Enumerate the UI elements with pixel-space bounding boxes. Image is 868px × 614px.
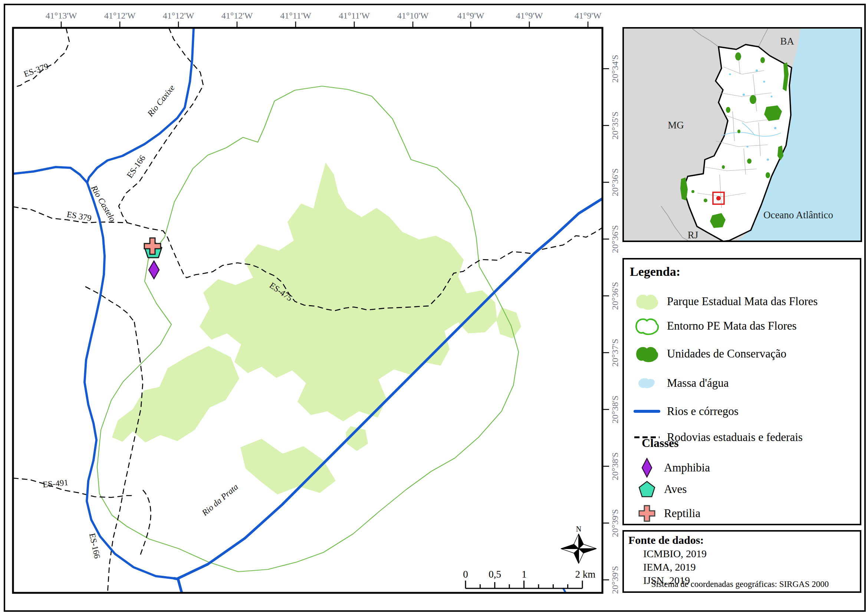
right-axis-label: 20°35'S	[610, 111, 620, 139]
source-entry: IEMA, 2019	[643, 561, 860, 573]
right-axis: 20°34'S 20°35'S 20°36'S 20°36'S 20°36'S …	[603, 54, 620, 594]
inset-study-area-dot	[716, 196, 721, 201]
top-axis-label: 41°9'W	[516, 11, 543, 20]
amphibia-icon	[635, 457, 659, 479]
legend-item-massa-dagua: Massa d'água	[632, 372, 855, 394]
top-axis-ticks	[61, 22, 588, 28]
water-swatch-icon	[632, 373, 662, 393]
source-title: Fonte de dados:	[628, 534, 860, 546]
top-axis-label: 41°13'W	[46, 11, 77, 20]
right-axis-label: 20°34'S	[610, 54, 620, 82]
top-axis-label: 41°11'W	[339, 11, 370, 20]
river-swatch-icon	[632, 401, 662, 422]
right-axis-label: 20°38'S	[610, 395, 620, 423]
right-axis-label: 20°38'S	[610, 452, 620, 480]
inset-mg-label: MG	[668, 120, 684, 131]
legend-item-unidades: Unidades de Conservação	[632, 343, 855, 365]
top-axis-label: 41°12'W	[163, 11, 194, 20]
legend-title: Legenda:	[630, 265, 860, 279]
main-map: ES-379 Rio Caxixe ES-166 Rio Castelo ES …	[13, 28, 603, 593]
class-item-label: Reptilia	[664, 507, 700, 520]
legend-item-rios: Rios e córregos	[632, 401, 855, 422]
legend-item-label: Entorno PE Mata das Flores	[667, 319, 797, 333]
scale-label-2km: 2 km	[575, 569, 596, 580]
legend-item-label: Parque Estadual Mata das Flores	[667, 295, 818, 308]
top-axis-label: 41°11'W	[280, 11, 311, 20]
right-axis-label: 20°39'S	[610, 509, 620, 537]
legend-item-label: Unidades de Conservação	[667, 347, 786, 361]
park-swatch-icon	[632, 291, 662, 312]
right-axis-label: 20°36'S	[610, 225, 620, 253]
legend-item-parque: Parque Estadual Mata das Flores	[632, 291, 855, 312]
legend-item-label: Rios e córregos	[667, 405, 739, 418]
right-axis-label: 20°37'S	[610, 339, 620, 367]
north-label: N	[576, 525, 581, 533]
entorno-swatch-icon	[632, 316, 662, 336]
top-axis-label: 41°12'W	[222, 11, 253, 20]
class-item-label: Aves	[664, 483, 687, 496]
top-axis-label: 41°9'W	[575, 11, 602, 20]
inset-map: BA MG RJ Oceano Atlântico	[624, 29, 860, 241]
legend-item-label: Massa d'água	[667, 376, 729, 390]
source-entry: ICMBIO, 2019	[643, 548, 860, 560]
inset-ocean-label: Oceano Atlântico	[763, 209, 833, 221]
legend-item-entorno: Entorno PE Mata das Flores	[632, 315, 855, 337]
class-item-aves: Aves	[635, 479, 843, 500]
class-item-label: Amphibia	[664, 461, 710, 474]
right-axis-label: 20°36'S	[610, 282, 620, 309]
top-axis-label: 41°12'W	[104, 11, 136, 20]
conservation-swatch-icon	[632, 344, 662, 364]
reptilia-icon	[635, 503, 659, 524]
top-axis-label: 41°10'W	[397, 11, 429, 20]
scale-label-1: 1	[522, 569, 527, 580]
scale-label-05: 0,5	[488, 569, 501, 580]
inset-rj-label: RJ	[688, 229, 699, 241]
top-axis: 41°13'W 41°12'W 41°12'W 41°12'W 41°11'W …	[46, 11, 602, 28]
map-figure: ES-379 Rio Caxixe ES-166 Rio Castelo ES …	[0, 0, 868, 614]
class-item-amphibia: Amphibia	[635, 457, 843, 479]
aves-icon	[635, 479, 659, 500]
crs-note: Sistema de coordenadas geográficas: SIRG…	[624, 580, 856, 589]
scale-label-0: 0	[463, 569, 468, 580]
source-panel: Fonte de dados: ICMBIO, 2019 IEMA, 2019 …	[622, 530, 861, 593]
legend-item-label: Rodovias estaduais e federais	[667, 431, 803, 444]
right-axis-ticks	[603, 69, 609, 580]
legend-panel: Legenda: Parque Estadual Mata das Flores…	[622, 258, 861, 525]
top-axis-label: 41°9'W	[457, 11, 484, 20]
right-axis-label: 20°39'S	[610, 566, 620, 594]
class-item-reptilia: Reptilia	[635, 503, 843, 524]
right-axis-label: 20°36'S	[610, 168, 620, 196]
inset-ba-label: BA	[780, 36, 794, 47]
classes-title: Classes	[642, 436, 679, 450]
